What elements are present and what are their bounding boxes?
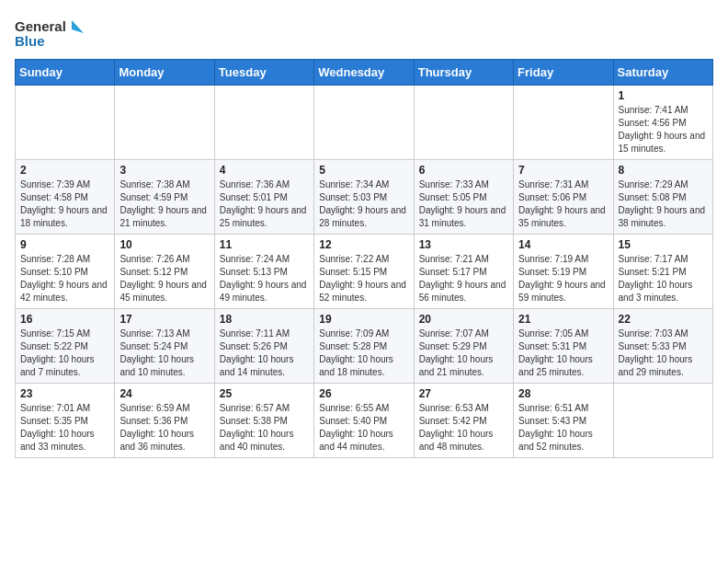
day-number: 18 [220,313,309,326]
day-info: Sunrise: 7:05 AM Sunset: 5:31 PM Dayligh… [518,327,608,379]
calendar-cell: 3Sunrise: 7:38 AM Sunset: 4:59 PM Daylig… [115,160,214,235]
calendar: SundayMondayTuesdayWednesdayThursdayFrid… [15,59,713,458]
day-info: Sunrise: 7:15 AM Sunset: 5:22 PM Dayligh… [20,327,109,379]
day-number: 22 [619,313,708,326]
day-info: Sunrise: 7:21 AM Sunset: 5:17 PM Dayligh… [419,253,508,304]
logo-svg: GeneralBlue [15,15,88,52]
day-number: 19 [319,313,408,326]
calendar-cell: 22Sunrise: 7:03 AM Sunset: 5:33 PM Dayli… [613,309,712,384]
calendar-cell: 12Sunrise: 7:22 AM Sunset: 5:15 PM Dayli… [314,235,414,309]
day-number: 21 [518,313,608,326]
week-row-3: 9Sunrise: 7:28 AM Sunset: 5:10 PM Daylig… [16,235,713,309]
logo: GeneralBlue [15,15,88,52]
day-number: 7 [518,164,608,177]
day-info: Sunrise: 7:26 AM Sunset: 5:12 PM Dayligh… [119,253,209,304]
calendar-cell: 25Sunrise: 6:57 AM Sunset: 5:38 PM Dayli… [214,384,313,458]
day-info: Sunrise: 6:51 AM Sunset: 5:43 PM Dayligh… [518,402,608,454]
calendar-cell: 21Sunrise: 7:05 AM Sunset: 5:31 PM Dayli… [514,309,613,384]
calendar-cell: 28Sunrise: 6:51 AM Sunset: 5:43 PM Dayli… [514,384,613,458]
day-number: 28 [518,387,608,400]
day-info: Sunrise: 7:24 AM Sunset: 5:13 PM Dayligh… [220,253,309,304]
day-header-saturday: Saturday [613,60,712,86]
week-row-4: 16Sunrise: 7:15 AM Sunset: 5:22 PM Dayli… [16,309,713,384]
day-info: Sunrise: 7:07 AM Sunset: 5:29 PM Dayligh… [419,327,508,379]
day-info: Sunrise: 7:34 AM Sunset: 5:03 PM Dayligh… [319,178,408,230]
svg-marker-2 [72,20,84,33]
calendar-cell [314,86,414,160]
day-info: Sunrise: 6:57 AM Sunset: 5:38 PM Dayligh… [220,402,309,454]
day-info: Sunrise: 7:11 AM Sunset: 5:26 PM Dayligh… [220,327,309,379]
calendar-cell: 14Sunrise: 7:19 AM Sunset: 5:19 PM Dayli… [514,235,613,309]
calendar-cell: 17Sunrise: 7:13 AM Sunset: 5:24 PM Dayli… [115,309,214,384]
calendar-cell: 26Sunrise: 6:55 AM Sunset: 5:40 PM Dayli… [314,384,414,458]
calendar-cell: 8Sunrise: 7:29 AM Sunset: 5:08 PM Daylig… [613,160,712,235]
day-info: Sunrise: 7:03 AM Sunset: 5:33 PM Dayligh… [619,327,708,379]
week-row-1: 1Sunrise: 7:41 AM Sunset: 4:56 PM Daylig… [16,86,713,160]
calendar-cell [115,86,214,160]
day-info: Sunrise: 7:38 AM Sunset: 4:59 PM Dayligh… [119,178,209,230]
day-header-tuesday: Tuesday [214,60,313,86]
week-row-5: 23Sunrise: 7:01 AM Sunset: 5:35 PM Dayli… [16,384,713,458]
day-number: 11 [220,238,309,251]
day-info: Sunrise: 7:13 AM Sunset: 5:24 PM Dayligh… [119,327,209,379]
calendar-cell [514,86,613,160]
day-number: 3 [119,164,209,177]
day-header-friday: Friday [514,60,613,86]
calendar-cell: 23Sunrise: 7:01 AM Sunset: 5:35 PM Dayli… [16,384,115,458]
day-header-thursday: Thursday [414,60,513,86]
svg-text:General: General [15,18,66,34]
day-info: Sunrise: 7:22 AM Sunset: 5:15 PM Dayligh… [319,253,408,304]
calendar-cell: 16Sunrise: 7:15 AM Sunset: 5:22 PM Dayli… [16,309,115,384]
calendar-cell: 19Sunrise: 7:09 AM Sunset: 5:28 PM Dayli… [314,309,414,384]
calendar-header-row: SundayMondayTuesdayWednesdayThursdayFrid… [16,60,713,86]
calendar-cell: 13Sunrise: 7:21 AM Sunset: 5:17 PM Dayli… [414,235,513,309]
day-info: Sunrise: 7:31 AM Sunset: 5:06 PM Dayligh… [518,178,608,230]
calendar-cell: 1Sunrise: 7:41 AM Sunset: 4:56 PM Daylig… [613,86,712,160]
svg-text:Blue: Blue [15,33,45,49]
day-number: 14 [518,238,608,251]
day-header-sunday: Sunday [16,60,115,86]
day-number: 15 [619,238,708,251]
day-info: Sunrise: 7:09 AM Sunset: 5:28 PM Dayligh… [319,327,408,379]
day-number: 6 [419,164,508,177]
header: GeneralBlue [15,15,713,52]
day-number: 5 [319,164,408,177]
calendar-cell: 2Sunrise: 7:39 AM Sunset: 4:58 PM Daylig… [16,160,115,235]
calendar-cell: 18Sunrise: 7:11 AM Sunset: 5:26 PM Dayli… [214,309,313,384]
day-number: 8 [619,164,708,177]
day-number: 20 [419,313,508,326]
day-number: 24 [119,387,209,400]
calendar-cell: 15Sunrise: 7:17 AM Sunset: 5:21 PM Dayli… [613,235,712,309]
calendar-cell: 10Sunrise: 7:26 AM Sunset: 5:12 PM Dayli… [115,235,214,309]
day-info: Sunrise: 7:33 AM Sunset: 5:05 PM Dayligh… [419,178,508,230]
calendar-cell: 24Sunrise: 6:59 AM Sunset: 5:36 PM Dayli… [115,384,214,458]
day-info: Sunrise: 7:29 AM Sunset: 5:08 PM Dayligh… [619,178,708,230]
day-info: Sunrise: 7:01 AM Sunset: 5:35 PM Dayligh… [20,402,109,454]
day-number: 2 [20,164,109,177]
day-number: 26 [319,387,408,400]
day-info: Sunrise: 7:17 AM Sunset: 5:21 PM Dayligh… [619,253,708,304]
day-number: 1 [619,89,708,102]
day-info: Sunrise: 7:39 AM Sunset: 4:58 PM Dayligh… [20,178,109,230]
day-info: Sunrise: 7:28 AM Sunset: 5:10 PM Dayligh… [20,253,109,304]
day-number: 16 [20,313,109,326]
day-number: 13 [419,238,508,251]
calendar-cell: 7Sunrise: 7:31 AM Sunset: 5:06 PM Daylig… [514,160,613,235]
calendar-cell: 11Sunrise: 7:24 AM Sunset: 5:13 PM Dayli… [214,235,313,309]
day-header-monday: Monday [115,60,214,86]
day-info: Sunrise: 7:41 AM Sunset: 4:56 PM Dayligh… [619,104,708,155]
calendar-cell [414,86,513,160]
day-header-wednesday: Wednesday [314,60,414,86]
week-row-2: 2Sunrise: 7:39 AM Sunset: 4:58 PM Daylig… [16,160,713,235]
calendar-cell: 4Sunrise: 7:36 AM Sunset: 5:01 PM Daylig… [214,160,313,235]
calendar-cell [613,384,712,458]
day-info: Sunrise: 7:36 AM Sunset: 5:01 PM Dayligh… [220,178,309,230]
calendar-cell [16,86,115,160]
calendar-cell: 9Sunrise: 7:28 AM Sunset: 5:10 PM Daylig… [16,235,115,309]
day-number: 25 [220,387,309,400]
calendar-cell: 27Sunrise: 6:53 AM Sunset: 5:42 PM Dayli… [414,384,513,458]
calendar-cell [214,86,313,160]
day-info: Sunrise: 6:55 AM Sunset: 5:40 PM Dayligh… [319,402,408,454]
day-number: 23 [20,387,109,400]
day-number: 12 [319,238,408,251]
